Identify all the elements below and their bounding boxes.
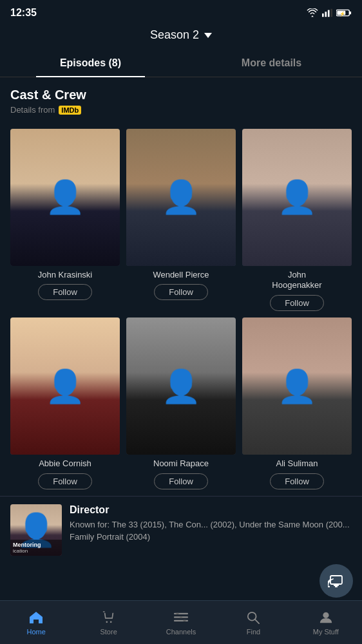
svg-line-21: [255, 619, 259, 623]
rapace-face: [126, 317, 236, 455]
battery-icon: ⚡: [336, 9, 352, 17]
svg-rect-11: [335, 586, 338, 587]
svg-point-22: [323, 612, 329, 618]
home-icon: [28, 610, 44, 625]
svg-rect-1: [325, 12, 327, 17]
status-bar: 12:35 ⚡: [0, 0, 362, 23]
follow-button-hoogenakker[interactable]: Follow: [270, 295, 324, 311]
cast-name-pierce: Wendell Pierce: [153, 270, 209, 281]
director-banner-text: Mentoring: [13, 542, 59, 548]
details-from-label: Details from: [10, 105, 55, 115]
director-known-for: Known for: The 33 (2015), The Con... (20…: [70, 518, 352, 544]
krasinski-face: [10, 129, 120, 266]
cast-card-cornish: Abbie Cornish Follow: [10, 317, 120, 489]
season-label: Season 2: [150, 28, 199, 42]
cast-crew-header: Cast & Crew Details from IMDb: [0, 77, 362, 129]
nav-item-my-stuff[interactable]: My Stuff: [290, 601, 362, 644]
imdb-badge: IMDb: [59, 106, 81, 115]
svg-rect-16: [174, 620, 188, 621]
director-section: Mentoring ication Director Known for: Th…: [0, 496, 362, 564]
cast-button[interactable]: [319, 564, 353, 598]
nav-item-channels[interactable]: Channels: [145, 601, 217, 644]
svg-rect-18: [180, 616, 182, 618]
director-photo: Mentoring ication: [10, 504, 62, 556]
nav-item-store[interactable]: Store: [72, 601, 144, 644]
svg-rect-8: [330, 576, 342, 584]
chevron-down-icon: [204, 33, 212, 38]
cast-card-krasinski: John Krasinski Follow: [10, 129, 120, 311]
svg-rect-19: [184, 620, 186, 621]
cast-icon: [328, 574, 345, 587]
cast-grid: John Krasinski Follow Wendell Pierce Fol…: [0, 129, 362, 496]
find-icon: [245, 610, 261, 625]
cornish-face: [10, 317, 120, 455]
cast-photo-suliman: [242, 317, 352, 455]
svg-rect-2: [328, 10, 330, 17]
nav-label-my-stuff: My Stuff: [313, 628, 339, 636]
svg-rect-14: [174, 612, 188, 614]
status-time: 12:35: [10, 7, 37, 19]
svg-text:⚡: ⚡: [339, 11, 346, 17]
follow-button-rapace[interactable]: Follow: [154, 473, 208, 489]
cast-card-pierce: Wendell Pierce Follow: [126, 129, 236, 311]
season-selector[interactable]: Season 2: [0, 23, 362, 50]
tab-episodes[interactable]: Episodes (8): [0, 50, 181, 77]
tab-bar: Episodes (8) More details: [0, 50, 362, 77]
status-icons: ⚡: [307, 8, 352, 17]
svg-rect-5: [350, 12, 351, 15]
follow-button-pierce[interactable]: Follow: [154, 284, 208, 300]
svg-rect-17: [176, 612, 179, 614]
svg-rect-0: [322, 14, 324, 17]
store-icon: [101, 610, 117, 625]
cast-card-rapace: Noomi Rapace Follow: [126, 317, 236, 489]
hoogenakker-face: [242, 129, 352, 266]
cast-card-hoogenakker: JohnHoogenakker Follow: [242, 129, 352, 311]
cast-crew-title: Cast & Crew: [10, 88, 352, 102]
signal-icon: [322, 8, 332, 17]
cast-name-hoogenakker: JohnHoogenakker: [272, 270, 321, 292]
director-sub-text: ication: [13, 548, 59, 554]
cast-name-rapace: Noomi Rapace: [153, 459, 209, 469]
cast-photo-pierce: [126, 129, 236, 266]
cast-photo-krasinski: [10, 129, 120, 266]
tab-more-details[interactable]: More details: [181, 50, 362, 77]
cast-name-suliman: Ali Suliman: [276, 459, 318, 469]
nav-label-home: Home: [27, 628, 46, 636]
channels-icon: [173, 610, 189, 625]
follow-button-krasinski[interactable]: Follow: [38, 284, 92, 300]
svg-rect-13: [110, 621, 111, 623]
wifi-icon: [307, 8, 318, 17]
follow-button-suliman[interactable]: Follow: [270, 473, 324, 489]
svg-rect-12: [106, 621, 108, 623]
nav-label-find: Find: [247, 628, 260, 636]
nav-item-home[interactable]: Home: [0, 601, 72, 644]
follow-button-cornish[interactable]: Follow: [38, 473, 92, 489]
cast-name-krasinski: John Krasinski: [38, 270, 93, 281]
nav-label-store: Store: [100, 628, 117, 636]
director-info: Director Known for: The 33 (2015), The C…: [70, 504, 352, 544]
cast-name-cornish: Abbie Cornish: [39, 459, 91, 469]
cast-card-suliman: Ali Suliman Follow: [242, 317, 352, 489]
svg-rect-3: [330, 9, 332, 17]
svg-rect-10: [334, 584, 339, 586]
cast-photo-hoogenakker: [242, 129, 352, 266]
cast-photo-rapace: [126, 317, 236, 455]
pierce-face: [126, 129, 236, 266]
bottom-nav: Home Store Channels: [0, 600, 362, 644]
nav-item-find[interactable]: Find: [217, 601, 289, 644]
my-stuff-icon: [318, 610, 334, 625]
suliman-face: [242, 317, 352, 455]
director-label: Director: [70, 504, 352, 516]
svg-point-9: [328, 586, 330, 588]
cast-photo-cornish: [10, 317, 120, 455]
nav-label-channels: Channels: [166, 628, 196, 636]
imdb-row: Details from IMDb: [10, 105, 352, 115]
